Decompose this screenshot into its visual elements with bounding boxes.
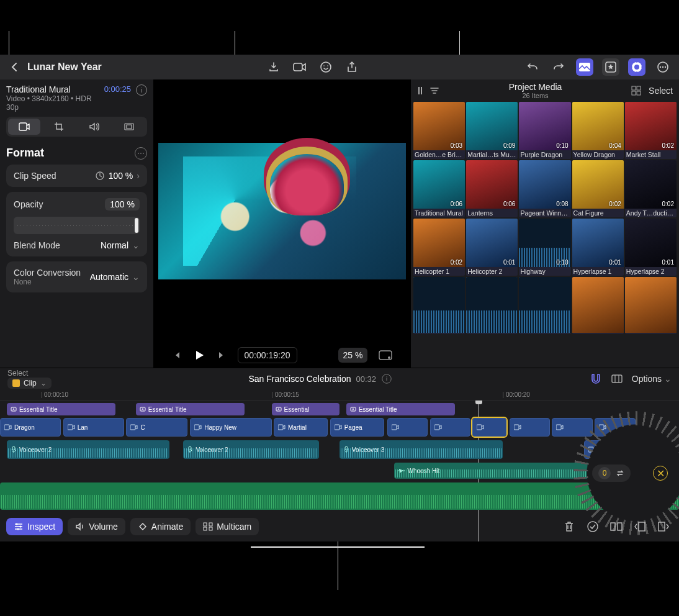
selection-chip[interactable]: Clip ⌄ <box>7 378 52 389</box>
svg-rect-37 <box>278 425 283 430</box>
multicam-button[interactable]: Multicam <box>196 518 259 535</box>
next-frame-button[interactable] <box>217 350 227 360</box>
timeline-project-name: San Francisco Celebration <box>249 374 351 384</box>
media-thumbnail[interactable]: 0:06Traditional Mural <box>413 160 465 217</box>
panel-more-icon[interactable]: ⋯ <box>135 147 147 160</box>
timeline-clip[interactable] <box>430 418 471 437</box>
media-thumbnail[interactable] <box>625 277 677 334</box>
media-thumbnail[interactable]: 0:10Highway <box>519 219 570 276</box>
color-conversion-row[interactable]: Color Conversion None Automatic ⌄ <box>6 261 147 292</box>
bottom-toolbar: Inspect Volume Animate Multicam <box>4 514 675 539</box>
timeline-clip[interactable]: AEssential Title <box>7 403 115 415</box>
back-button[interactable] <box>7 60 21 74</box>
media-thumbnail[interactable]: 0:02Andy T…ductions <box>625 160 677 217</box>
split-icon[interactable] <box>607 517 626 536</box>
timeline-clip[interactable]: AEssential Title <box>346 403 455 415</box>
share-icon[interactable] <box>343 58 361 76</box>
media-thumbnail[interactable] <box>466 277 518 334</box>
timeline-clip[interactable]: Dragon <box>0 418 61 437</box>
multicam-label: Multicam <box>217 522 251 532</box>
media-thumbnail[interactable]: 0:01Helicopter 2 <box>466 219 518 276</box>
filter-icon[interactable] <box>429 86 439 95</box>
tab-video[interactable] <box>8 119 40 135</box>
media-thumbnail[interactable]: 0:01Hyperlapse 1 <box>572 219 624 276</box>
thumb-caption: Andy T…ductions <box>625 209 677 217</box>
timeline-clip[interactable]: Pagea <box>330 418 385 437</box>
snapping-icon[interactable] <box>611 374 623 384</box>
magnetic-icon[interactable] <box>590 373 602 384</box>
redo-icon[interactable] <box>550 58 567 76</box>
timeline-clip[interactable]: AEssential Title <box>136 403 245 415</box>
grid-view-icon[interactable] <box>631 86 641 96</box>
jog-close-button[interactable]: ✕ <box>653 466 668 481</box>
thumb-caption: Golden…e Bridge <box>413 150 465 159</box>
filmstrip-toggle-icon[interactable] <box>417 86 423 95</box>
more-icon[interactable] <box>654 58 672 76</box>
browser-toggle-icon[interactable] <box>576 58 593 76</box>
timeline-ruler[interactable]: | 00:00:10| 00:00:15| 00:00:20 <box>0 389 679 401</box>
inspect-button[interactable]: Inspect <box>6 518 63 535</box>
prev-frame-button[interactable] <box>172 350 182 360</box>
blend-value[interactable]: Normal <box>101 240 128 250</box>
svg-rect-35 <box>130 425 135 430</box>
svg-point-13 <box>665 66 666 68</box>
import-icon[interactable] <box>265 58 282 76</box>
tab-crop[interactable] <box>43 119 75 135</box>
media-thumbnail[interactable]: 0:04Yellow Dragon <box>572 102 624 159</box>
info-icon[interactable]: i <box>382 374 391 383</box>
viewer-canvas[interactable] <box>158 84 406 338</box>
jog-toggle-icon[interactable] <box>628 58 645 76</box>
clip-speed-row[interactable]: Clip Speed 100 % › <box>6 165 147 187</box>
media-thumbnail[interactable] <box>519 277 570 334</box>
animate-button[interactable]: Animate <box>130 518 191 535</box>
info-icon[interactable]: i <box>136 84 147 96</box>
timeline-clip[interactable]: Lan <box>63 418 124 437</box>
media-thumbnail[interactable]: 0:01Hyperlapse 2 <box>625 219 677 276</box>
timeline-clip[interactable]: Martial <box>274 418 328 437</box>
browser-panel: Project Media 26 Items Select 0:03Golden… <box>411 79 679 368</box>
thumb-caption: Lanterns <box>466 209 518 217</box>
svg-point-11 <box>660 66 661 68</box>
media-thumbnail[interactable] <box>413 277 465 334</box>
enable-icon[interactable] <box>583 517 602 536</box>
media-thumbnail[interactable]: 0:02Market Stall <box>625 102 677 159</box>
chevron-updown-icon: ⌄ <box>132 272 140 282</box>
svg-text:A: A <box>352 407 354 411</box>
select-button[interactable]: Select <box>649 86 673 96</box>
timeline-clip[interactable] <box>472 418 506 437</box>
trim-start-icon[interactable] <box>631 517 649 536</box>
zoom-value[interactable]: 25 % <box>338 348 368 363</box>
svg-rect-33 <box>4 425 9 430</box>
media-thumbnail[interactable]: 0:02Cat Figure <box>572 160 624 217</box>
timeline-clip[interactable] <box>510 418 551 437</box>
effects-icon[interactable] <box>602 58 619 76</box>
opacity-slider[interactable] <box>14 217 140 234</box>
media-thumbnail[interactable]: 0:06Lanterns <box>466 160 518 217</box>
media-thumbnail[interactable]: 0:10Purple Dragon <box>519 102 570 159</box>
undo-icon[interactable] <box>524 58 541 76</box>
volume-button[interactable]: Volume <box>68 518 125 535</box>
tab-info[interactable] <box>113 119 145 135</box>
delete-icon[interactable] <box>560 517 578 536</box>
options-button[interactable]: Options ⌄ <box>632 374 672 384</box>
play-button[interactable] <box>193 349 205 361</box>
timeline-clip[interactable]: C <box>126 418 187 437</box>
timeline-clip[interactable]: AEssential <box>272 403 340 415</box>
media-thumbnail[interactable]: 0:09Martial…ts Mural <box>466 102 518 159</box>
title-icon: A <box>11 406 17 412</box>
camera-icon[interactable] <box>291 58 308 76</box>
view-options-icon[interactable] <box>379 350 392 360</box>
video-icon <box>4 424 12 430</box>
media-thumbnail[interactable]: 0:08Pageant Winners <box>519 160 570 217</box>
opacity-value[interactable]: 100 % <box>110 199 135 209</box>
timecode-display[interactable]: 00:00:19:20 <box>238 347 297 363</box>
thumb-caption: Yellow Dragon <box>572 150 624 159</box>
tab-audio[interactable] <box>78 119 110 135</box>
media-thumbnail[interactable] <box>572 277 624 334</box>
timeline-clip[interactable] <box>387 418 428 437</box>
timeline-clip[interactable]: Happy New <box>190 418 271 437</box>
media-thumbnail[interactable]: 0:02Helicopter 1 <box>413 219 465 276</box>
trim-end-icon[interactable] <box>654 517 673 536</box>
media-thumbnail[interactable]: 0:03Golden…e Bridge <box>413 102 465 159</box>
voiceover-icon[interactable] <box>317 58 335 76</box>
